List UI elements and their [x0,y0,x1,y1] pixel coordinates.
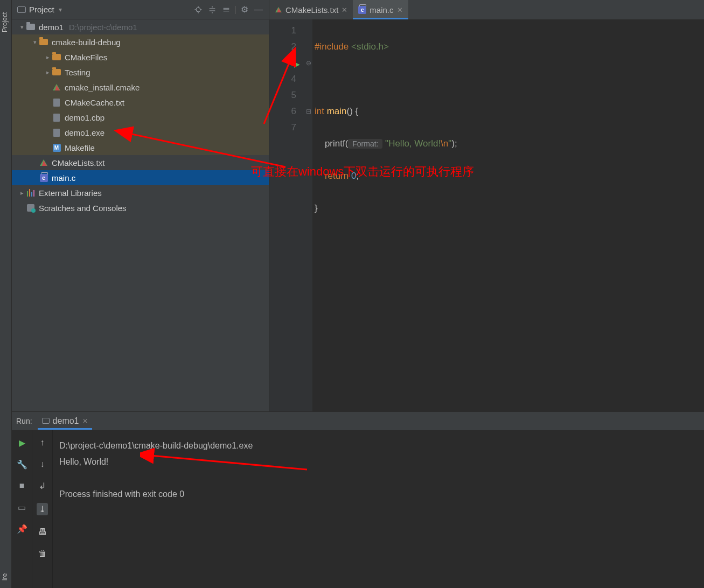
chevron-down-icon[interactable]: ▾ [59,6,62,13]
parameter-hint: Format: [348,139,382,149]
chevron-down-icon[interactable]: ▾ [31,39,39,46]
pin-icon[interactable]: 📌 [17,524,27,534]
app-icon [42,418,50,424]
code-area[interactable]: 1 2 3 4 5 6 7 ▶ ⊖ ⊟ [269,19,704,411]
soft-wrap-icon[interactable]: ↲ [39,481,46,491]
collapse-all-icon[interactable] [219,3,233,17]
line-number: 4 [269,71,296,87]
output-line: Process finished with exit code 0 [59,486,698,502]
line-number: 7 [269,120,296,136]
run-gutter-icon[interactable]: ▶ [294,56,300,72]
c-file-icon: c [358,6,366,14]
chevron-right-icon[interactable]: ▸ [44,69,52,76]
run-tool-window: Run: demo1 ✕ ▶ 🔧 ■ ▭ 📌 ↑ ↓ ↲ [12,411,704,588]
root-path: D:\project-c\demo1 [69,23,137,32]
close-icon[interactable]: ✕ [397,6,403,14]
rerun-icon[interactable]: ▶ [17,438,27,447]
stop-icon[interactable]: ■ [17,481,27,491]
line-number: 6 [269,103,296,120]
run-tab-label: demo1 [53,416,79,426]
line-number: 3 [269,55,296,71]
run-tab-demo1[interactable]: demo1 ✕ [38,414,92,430]
makefile-icon: M [53,144,61,152]
code-text[interactable]: #include <stdio.h> int main() { printf( … [312,19,704,411]
tab-label: main.c [370,5,393,15]
annotation-text: 可直接在windows下双击运行的可执行程序 [251,164,474,180]
layout-icon[interactable]: ▭ [17,502,27,512]
tree-file-cmakecache[interactable]: CMakeCache.txt [12,95,269,110]
tree-folder-cmake-build-debug[interactable]: ▾ cmake-build-debug [12,34,269,50]
tab-main-c[interactable]: c main.c ✕ [353,0,408,19]
project-view-icon [17,6,26,13]
tab-cmakelists[interactable]: CMakeLists.txt ✕ [269,0,353,19]
trash-icon[interactable]: 🗑 [38,549,47,558]
tree-file-makefile[interactable]: M Makefile [12,140,269,155]
line-number: 1 [269,23,296,39]
c-file-icon: c [40,174,48,182]
fold-column: ⊖ ⊟ [305,19,312,411]
ribbon-bottom-label[interactable]: ire [1,573,9,580]
project-header: Project ▾ | ⚙ — [12,0,269,19]
root-name: demo1 [39,23,64,32]
wrench-icon[interactable]: 🔧 [17,459,27,469]
hide-icon[interactable]: — [252,3,266,17]
tree-external-libraries[interactable]: ▸ External Libraries [12,185,269,200]
run-toolbar-left: ▶ 🔧 ■ ▭ 📌 [12,430,32,588]
line-number: 5 [269,87,296,103]
side-ribbon: Project ire [0,0,12,588]
library-icon [27,189,34,197]
gear-icon[interactable]: ⚙ [238,3,252,17]
chevron-right-icon[interactable]: ▸ [44,54,52,61]
gutter: 1 2 3 4 5 6 7 ▶ [269,19,305,411]
run-label: Run: [16,417,32,425]
output-line: Hello, World! [59,454,698,470]
cmake-icon [275,7,282,12]
scroll-to-end-icon[interactable]: ⤓ [37,503,48,515]
folder-icon [52,69,61,75]
chevron-right-icon[interactable]: ▸ [18,190,26,197]
down-icon[interactable]: ↓ [40,459,45,469]
svg-point-0 [196,8,200,12]
project-tool-window: Project ▾ | ⚙ — ▾ demo1 D:\project-c\ [12,0,269,411]
folder-icon [52,54,61,60]
tree-folder-cmakefiles[interactable]: ▸ CMakeFiles [12,50,269,65]
tab-label: CMakeLists.txt [285,5,338,15]
divider: | [233,3,238,17]
tree-file-cmake-install[interactable]: cmake_install.cmake [12,80,269,95]
scratches-icon [27,204,34,212]
project-title[interactable]: Project [29,5,54,14]
cmake-icon [53,84,60,90]
folder-icon [26,24,35,30]
tree-root[interactable]: ▾ demo1 D:\project-c\demo1 [12,19,269,34]
fold-end-icon[interactable]: ⊟ [305,103,312,120]
tree-file-main-c[interactable]: c main.c [12,170,269,185]
close-icon[interactable]: ✕ [341,6,347,14]
editor: CMakeLists.txt ✕ c main.c ✕ 1 2 3 4 [269,0,704,411]
fold-icon[interactable]: ⊖ [305,55,312,71]
file-icon [53,99,60,107]
line-number: 2 [269,39,296,55]
tree-file-demo1-exe[interactable]: demo1.exe [12,125,269,140]
print-icon[interactable]: 🖶 [38,527,47,537]
editor-tabs: CMakeLists.txt ✕ c main.c ✕ [269,0,704,19]
folder-icon [39,39,48,45]
run-output[interactable]: D:\project-c\demo1\cmake-build-debug\dem… [53,430,704,588]
close-icon[interactable]: ✕ [82,417,88,425]
run-toolbar-right: ↑ ↓ ↲ ⤓ 🖶 🗑 [32,430,53,588]
tree-folder-testing[interactable]: ▸ Testing [12,65,269,80]
tree-file-demo1-cbp[interactable]: demo1.cbp [12,110,269,125]
project-tree: ▾ demo1 D:\project-c\demo1 ▾ cmake-build… [12,19,269,411]
output-line: D:\project-c\demo1\cmake-build-debug\dem… [59,438,698,454]
locate-icon[interactable] [191,3,205,17]
cmake-icon [40,159,47,166]
expand-all-icon[interactable] [205,3,219,17]
ribbon-project-label[interactable]: Project [1,12,9,32]
chevron-down-icon[interactable]: ▾ [18,24,26,31]
run-header: Run: demo1 ✕ [12,412,704,430]
tree-file-cmakelists[interactable]: CMakeLists.txt [12,155,269,170]
up-icon[interactable]: ↑ [40,438,45,447]
exe-icon [53,129,60,137]
file-icon [53,114,60,122]
tree-scratches[interactable]: Scratches and Consoles [12,200,269,215]
